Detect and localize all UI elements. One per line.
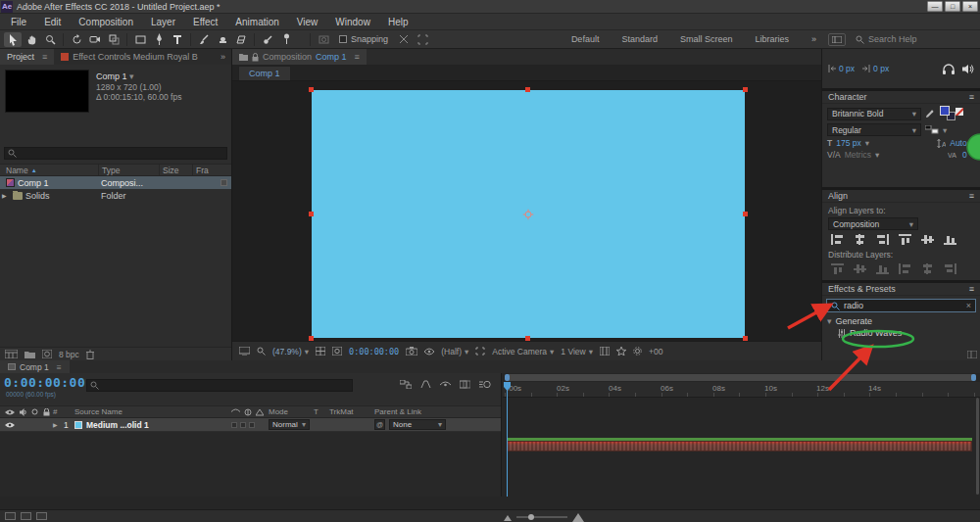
workspace-small-screen[interactable]: Small Screen xyxy=(669,34,744,44)
font-size-value[interactable]: 175 px xyxy=(836,138,861,148)
brush-tool[interactable] xyxy=(195,32,213,47)
transform-handle[interactable] xyxy=(309,212,314,216)
zoom-out-mountain-icon[interactable] xyxy=(504,514,512,521)
align-vertical-center-button[interactable] xyxy=(918,232,937,246)
region-of-interest-icon[interactable] xyxy=(475,347,485,356)
column-source-name[interactable]: Source Name xyxy=(74,407,231,416)
workspace-standard[interactable]: Standard xyxy=(611,34,668,44)
tab-project[interactable]: Project ≡ xyxy=(0,49,54,65)
kerning-value[interactable]: Metrics xyxy=(845,150,871,160)
pan-behind-tool[interactable] xyxy=(105,32,122,47)
camera-tool[interactable] xyxy=(86,32,104,47)
frame-blending-icon[interactable] xyxy=(460,380,470,389)
effect-radio-waves[interactable]: Radio Waves xyxy=(822,327,980,339)
playhead[interactable] xyxy=(507,382,508,497)
snapshot-camera-icon[interactable] xyxy=(406,347,417,356)
chevron-down-icon[interactable]: ▾ xyxy=(971,150,975,160)
maximize-button[interactable]: □ xyxy=(945,1,960,12)
layer-row-1[interactable]: ▶ 1 Medium ...olid 1 Normal xyxy=(0,418,501,431)
project-row-solids[interactable]: ▶ Solids Folder xyxy=(0,189,231,202)
eyedropper-icon[interactable] xyxy=(925,110,934,119)
twirl-icon[interactable]: ▶ xyxy=(2,192,10,199)
fast-previews-icon[interactable] xyxy=(616,347,626,356)
layer-twirl-icon[interactable]: ▶ xyxy=(53,421,61,428)
distribute-top-button[interactable] xyxy=(828,261,847,275)
hide-shy-icon[interactable] xyxy=(440,381,451,389)
new-composition-icon[interactable] xyxy=(42,350,52,358)
puppet-pin-tool[interactable] xyxy=(277,32,295,47)
draft-3d-icon[interactable] xyxy=(420,380,431,389)
layer-visibility-icon[interactable] xyxy=(5,422,15,428)
hand-tool[interactable] xyxy=(23,32,40,47)
column-trkmat[interactable]: TrkMat xyxy=(329,407,374,416)
current-time-field[interactable]: 0:00:00:00 00000 (60.00 fps) xyxy=(4,375,85,398)
motion-blur-icon[interactable] xyxy=(479,380,491,389)
workspace-libraries[interactable]: Libraries xyxy=(744,34,800,44)
exposure-value[interactable]: +00 xyxy=(649,347,662,356)
panel-menu-icon[interactable]: ≡ xyxy=(355,52,360,62)
layer-switch-icon[interactable] xyxy=(231,422,237,428)
eraser-tool[interactable] xyxy=(232,32,250,47)
trash-icon[interactable] xyxy=(86,350,94,359)
new-folder-icon[interactable] xyxy=(24,351,35,358)
timeline-tab-comp1[interactable]: Comp 1 ≡ xyxy=(0,360,70,373)
panel-menu-icon[interactable]: ≡ xyxy=(42,52,47,62)
tracking-value[interactable]: 0 xyxy=(962,150,967,160)
transform-handle[interactable] xyxy=(309,87,314,92)
grid-guides-icon[interactable] xyxy=(316,347,325,356)
column-preserve-transparency[interactable]: T xyxy=(314,407,329,416)
align-horizontal-center-button[interactable] xyxy=(851,232,869,246)
chevron-down-icon[interactable]: ▾ xyxy=(865,138,869,148)
distribute-vertical-center-button[interactable] xyxy=(851,261,869,275)
effects-group-generate[interactable]: ▾ Generate xyxy=(822,314,980,327)
indent-left-field[interactable]: 0 px xyxy=(828,64,855,73)
toggle-transfer-pane-icon[interactable] xyxy=(21,512,31,520)
view-layout-select[interactable]: 1 View ▾ xyxy=(561,347,593,356)
headphones-icon[interactable] xyxy=(943,64,955,74)
mask-mode-icon[interactable] xyxy=(315,32,332,47)
time-ruler[interactable]: :00s 02s 04s 06s 08s 10s 12s 14s xyxy=(503,382,980,398)
panel-menu-icon[interactable]: ≡ xyxy=(57,362,62,372)
crosshair-icon[interactable] xyxy=(414,32,431,47)
zoom-tool[interactable] xyxy=(41,32,59,47)
project-row-comp1[interactable]: Comp 1 Composi... xyxy=(0,176,231,189)
project-search-input[interactable] xyxy=(20,149,223,159)
snap-options-icon[interactable] xyxy=(395,32,413,47)
camera-view-select[interactable]: Active Camera ▾ xyxy=(492,347,554,356)
column-frames[interactable]: Fra xyxy=(192,165,231,175)
panel-menu-icon[interactable]: ≡ xyxy=(969,92,974,102)
preview-time[interactable]: 0:00:00:00 xyxy=(349,347,399,356)
roto-brush-tool[interactable] xyxy=(259,32,276,47)
font-family-select[interactable]: Britannic Bold ▾ xyxy=(827,108,921,120)
zoom-in-mountain-icon[interactable] xyxy=(572,512,584,522)
panel-resize-icon[interactable] xyxy=(967,351,977,358)
comp-name-flyout-icon[interactable]: ▾ xyxy=(129,71,134,81)
composition-mini-flowchart-icon[interactable] xyxy=(400,380,412,389)
menu-file[interactable]: File xyxy=(2,17,35,27)
toggle-switches-pane-icon[interactable] xyxy=(5,512,16,520)
transform-handle[interactable] xyxy=(743,212,748,216)
tab-overflow-icon[interactable]: » xyxy=(215,49,231,65)
exposure-gear-icon[interactable] xyxy=(633,347,642,356)
pixel-aspect-icon[interactable] xyxy=(600,347,610,356)
timeline-search-input[interactable] xyxy=(102,381,349,391)
chevron-down-icon[interactable]: ▾ xyxy=(875,150,879,160)
distribute-horizontal-center-button[interactable] xyxy=(918,261,937,275)
panel-menu-icon[interactable]: ≡ xyxy=(969,284,974,294)
show-snapshot-icon[interactable] xyxy=(424,348,434,356)
viewer-tab-comp1[interactable]: Comp 1 xyxy=(238,66,291,80)
transform-handle[interactable] xyxy=(743,87,748,92)
transform-handle[interactable] xyxy=(525,87,530,92)
distribute-right-button[interactable] xyxy=(941,261,959,275)
zoom-slider-handle[interactable] xyxy=(528,514,534,520)
blend-mode-select[interactable]: Normal ▾ xyxy=(269,419,310,430)
align-bottom-button[interactable] xyxy=(941,232,959,246)
project-table-header[interactable]: Name ▲ Type Size Fra xyxy=(0,164,231,176)
minimize-button[interactable]: — xyxy=(927,1,943,12)
workspace-overflow-icon[interactable]: » xyxy=(801,34,827,44)
always-preview-icon[interactable] xyxy=(239,347,250,356)
chevron-down-icon[interactable]: ▾ xyxy=(943,125,947,135)
panel-menu-icon[interactable]: ≡ xyxy=(969,191,974,201)
layer-name[interactable]: Medium ...olid 1 xyxy=(86,420,149,430)
twirl-open-icon[interactable]: ▾ xyxy=(827,316,832,326)
